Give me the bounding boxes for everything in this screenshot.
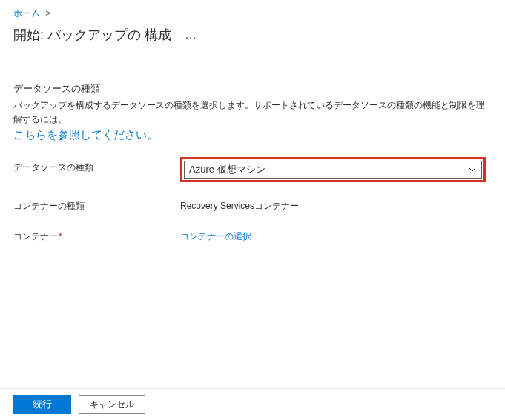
section-description: バックアップを構成するデータソースの種類を選択します。サポートされているデータソ…: [13, 99, 492, 127]
continue-button[interactable]: 続行: [13, 395, 71, 414]
container-row: コンテナー* コンテナーの選択: [13, 226, 492, 243]
container-type-value: Recovery Servicesコンテナー: [180, 196, 492, 213]
breadcrumb-home-link[interactable]: ホーム: [13, 8, 40, 19]
container-type-row: コンテナーの種類 Recovery Servicesコンテナー: [13, 196, 492, 213]
datasource-type-row: データソースの種類 Azure 仮想マシン: [13, 157, 492, 182]
chevron-right-icon: >: [45, 8, 50, 19]
cancel-button[interactable]: キャンセル: [79, 395, 145, 414]
datasource-type-highlight: Azure 仮想マシン: [180, 157, 486, 182]
footer-bar: 続行 キャンセル: [0, 388, 505, 420]
container-type-label: コンテナーの種類: [13, 196, 180, 213]
datasource-type-label: データソースの種類: [13, 157, 180, 174]
breadcrumb: ホーム >: [13, 7, 492, 20]
datasource-type-select[interactable]: Azure 仮想マシン: [184, 161, 482, 179]
required-indicator: *: [59, 231, 62, 241]
learn-more-link[interactable]: こちらを参照してください。: [13, 128, 158, 142]
page-title-text: 開始: バックアップの 構成: [13, 26, 171, 44]
datasource-type-selected: Azure 仮想マシン: [189, 163, 265, 176]
container-label-text: コンテナー: [13, 231, 58, 241]
page-title: 開始: バックアップの 構成 …: [13, 26, 492, 44]
container-select-link[interactable]: コンテナーの選択: [180, 226, 251, 243]
section-heading: データソースの種類: [13, 82, 492, 96]
more-actions-icon[interactable]: …: [185, 28, 197, 41]
chevron-down-icon: [468, 165, 477, 174]
container-label: コンテナー*: [13, 226, 180, 243]
